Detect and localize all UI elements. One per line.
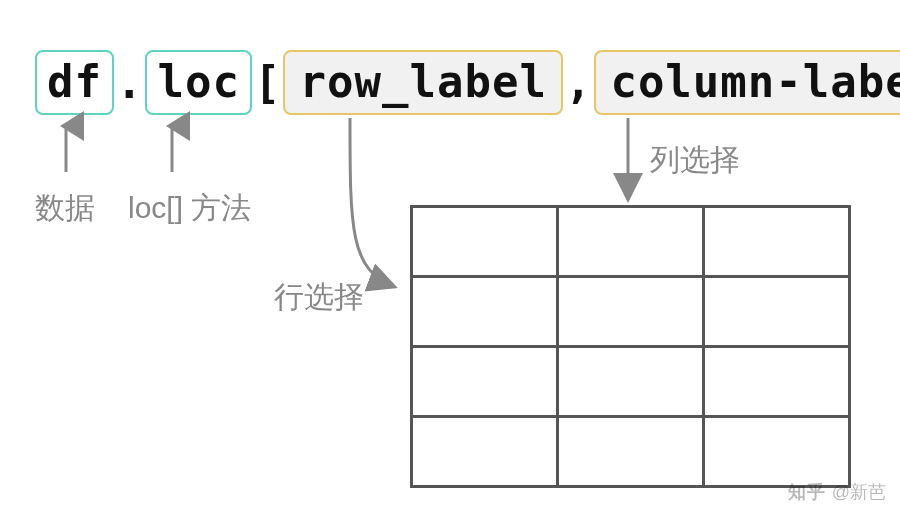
table-cell [558,347,704,417]
table-row [412,347,850,417]
label-data: 数据 [35,188,95,229]
token-lbracket: [ [252,57,284,108]
token-comma: , [563,57,595,108]
table-cell [704,347,850,417]
token-column-label: column-label [594,50,900,115]
table-cell [704,417,850,487]
token-dot: . [114,57,146,108]
syntax-expression: df.loc[row_label,column-label] [35,50,900,115]
token-row-label: row_label [283,50,562,115]
table-row [412,207,850,277]
label-row-sel: 行选择 [274,277,364,318]
table-cell [704,207,850,277]
dataframe-table [410,205,851,488]
watermark-handle: @新芭 [832,480,886,504]
table-cell [412,417,558,487]
table-row [412,417,850,487]
label-loc-method: loc[] 方法 [128,188,251,229]
table-row [412,277,850,347]
table-cell [412,277,558,347]
table-cell [558,207,704,277]
arrow-loc-up [162,122,182,177]
token-df: df [35,50,114,115]
table-cell [558,417,704,487]
zhihu-logo: 知乎 [788,480,826,504]
arrow-df-up [56,122,76,177]
table-cell [412,207,558,277]
watermark: 知乎 @新芭 [788,480,886,504]
table-cell [412,347,558,417]
table-cell [558,277,704,347]
table-cell [704,277,850,347]
label-col-sel: 列选择 [650,140,740,181]
token-loc: loc [145,50,251,115]
